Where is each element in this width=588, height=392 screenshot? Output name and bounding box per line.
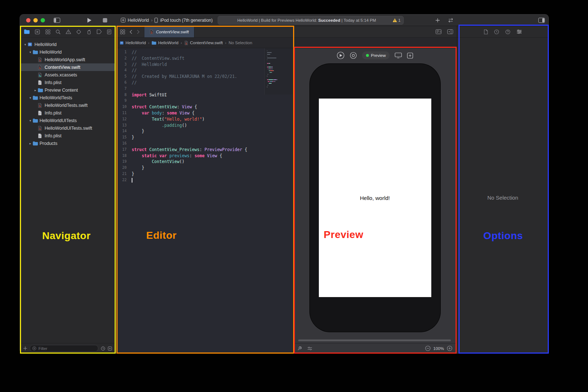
filter-field[interactable] [30,345,98,352]
editor-arrangement-icon[interactable] [447,18,454,22]
breadcrumb-file[interactable]: ContentView.swift [184,41,223,45]
file-tree-row[interactable]: ▾HelloWorld [20,48,115,56]
scheme-selector[interactable]: HelloWorld › iPod touch (7th generation) [121,18,213,23]
code-line[interactable]: 9 [116,98,293,104]
editor-options-icon[interactable] [436,29,441,34]
recents-clock-icon[interactable] [101,346,105,351]
project-navigator-icon[interactable] [24,29,30,34]
file-name: HelloWorldTests.swift [44,103,88,108]
code-line[interactable]: 17struct ContentView_Previews: PreviewPr… [116,147,293,153]
zoom-window-button[interactable] [41,18,45,22]
file-tree-row[interactable]: ▾HelloWorldTests [20,94,115,101]
related-items-icon[interactable] [120,29,125,34]
code-line[interactable]: 10struct ContentView: View { [116,104,293,110]
file-tree-row[interactable]: HelloWorldTests.swift [20,101,115,109]
file-tree-row[interactable]: ▸Products [20,139,115,147]
device-screen[interactable]: Hello, world! [319,99,431,297]
breadcrumb-group[interactable]: HelloWorld [152,41,178,45]
code-line[interactable]: 19 ContentView() [116,159,293,165]
code-line[interactable]: 13 .padding() [116,122,293,129]
navigator-filter-bar [20,343,115,353]
disclosure-closed-icon[interactable]: ▸ [33,88,38,92]
file-tree-row[interactable]: HelloWorldApp.swift [20,56,115,63]
preview-on-device-icon[interactable] [395,53,402,58]
file-tree-row[interactable]: ▾HelloWorldUITests [20,117,115,124]
breadcrumb-project[interactable]: HelloWorld [120,41,146,45]
plist-icon [38,110,44,116]
warning-badge[interactable]: 1 [392,18,400,22]
disclosure-open-icon[interactable]: ▾ [28,50,33,54]
code-line[interactable]: 16 [116,141,293,147]
library-add-icon[interactable] [435,18,440,22]
file-name: HelloWorldUITests [39,118,77,123]
forward-button[interactable] [137,30,140,34]
code-line[interactable]: 18 static var previews: some View { [116,153,293,159]
report-navigator-icon[interactable] [107,29,111,34]
duplicate-preview-icon[interactable] [407,53,413,59]
code-line[interactable]: 20 } [116,165,293,171]
pin-preview-icon[interactable] [297,346,302,351]
navigator-toggle-icon[interactable] [54,18,60,23]
symbol-navigator-icon[interactable] [45,29,50,34]
minimap[interactable] [264,48,293,95]
source-editor[interactable]: 1//2// ContentView.swift3// HelloWorld4/… [116,48,293,353]
code-line[interactable]: 14 } [116,128,293,134]
quick-help-inspector-icon[interactable] [505,29,510,34]
swift-icon [38,126,44,131]
folder-icon [33,50,39,54]
file-inspector-icon[interactable] [484,29,488,34]
add-editor-icon[interactable] [447,29,453,34]
file-tree-row[interactable]: Assets.xcassets [20,71,115,79]
plist-icon [38,133,44,138]
source-control-navigator-icon[interactable] [35,29,40,34]
stop-button[interactable] [103,18,107,22]
preview-settings-icon[interactable] [307,346,312,351]
file-tree-row[interactable]: ContentView.swift [20,63,115,71]
code-line[interactable]: 22 [116,177,293,183]
back-button[interactable] [129,30,132,34]
code-line[interactable]: 12 Text("Hello, world!") [116,116,293,122]
filter-input[interactable] [38,346,96,351]
run-button[interactable] [87,17,92,23]
file-tree-row[interactable]: ▾HelloWorld [20,41,115,48]
test-navigator-icon[interactable] [76,29,81,34]
attributes-inspector-icon[interactable] [517,29,522,34]
history-inspector-icon[interactable] [494,29,499,34]
breadcrumb-selection[interactable]: No Selection [229,41,252,45]
line-number: 7 [116,86,128,92]
line-number: 22 [116,177,128,183]
live-preview-button[interactable] [337,51,345,59]
file-tree-row[interactable]: Info.plist [20,79,115,86]
zoom-out-icon[interactable] [425,346,431,351]
jump-bar: HelloWorld › HelloWorld › ContentView.sw… [116,38,457,48]
scm-status-filter-icon[interactable] [108,346,112,351]
code-line[interactable]: 21} [116,171,293,177]
debug-preview-button[interactable] [350,52,357,59]
navigator-panel: ▾HelloWorld▾HelloWorldHelloWorldApp.swif… [20,26,116,353]
disclosure-closed-icon[interactable]: ▸ [28,142,33,145]
breakpoint-navigator-icon[interactable] [96,29,102,34]
zoom-in-icon[interactable] [447,346,452,351]
tab-contentview-swift[interactable]: ContentView.swift [144,26,194,37]
disclosure-open-icon[interactable]: ▾ [23,43,28,46]
debug-navigator-icon[interactable] [87,29,91,34]
issue-navigator-icon[interactable] [66,29,71,34]
horizontal-scrollbar[interactable] [298,339,451,341]
minimize-window-button[interactable] [33,18,38,22]
file-tree-row[interactable]: Info.plist [20,109,115,117]
zoom-level-label[interactable]: 100% [433,346,444,351]
inspector-toggle-icon[interactable] [538,18,545,23]
disclosure-open-icon[interactable]: ▾ [28,119,33,122]
find-navigator-icon[interactable] [55,29,61,34]
close-window-button[interactable] [26,18,30,22]
disclosure-open-icon[interactable]: ▾ [28,96,33,100]
add-item-button[interactable] [23,346,27,350]
file-tree-row[interactable]: HelloWorldUITests.swift [20,124,115,132]
preview-mode-pill[interactable]: Preview [362,51,390,59]
code-line[interactable]: 15} [116,134,293,141]
file-tree-row[interactable]: ▸Preview Content [20,86,115,94]
file-tree-row[interactable]: Info.plist [20,132,115,139]
line-number: 19 [116,159,128,165]
plist-icon [38,80,44,85]
code-line[interactable]: 11 var body: some View { [116,110,293,116]
